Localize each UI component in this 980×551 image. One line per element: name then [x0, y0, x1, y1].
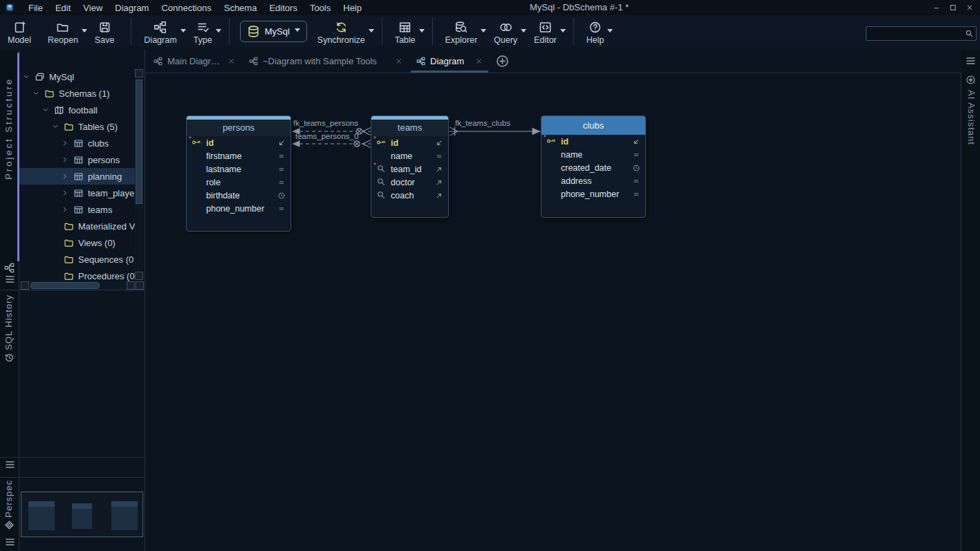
- column-row-id[interactable]: *id: [371, 136, 448, 149]
- menu-diagram[interactable]: Diagram: [109, 1, 155, 15]
- caret-down-icon[interactable]: [419, 29, 425, 35]
- project-structure-tab[interactable]: Project Structure: [3, 77, 14, 180]
- tree-item-clubs[interactable]: clubs: [19, 135, 136, 151]
- tree-item-sequences-0[interactable]: Sequences (0: [19, 251, 136, 268]
- tree-item-planning[interactable]: planning: [19, 168, 136, 185]
- menu-help[interactable]: Help: [337, 1, 368, 15]
- menu-connections[interactable]: Connections: [155, 1, 217, 15]
- caret-down-icon[interactable]: [521, 29, 526, 35]
- ai-assistant-tab[interactable]: AI Assistant: [966, 90, 977, 145]
- diagram-minimap[interactable]: [21, 492, 143, 537]
- tree-item-football[interactable]: football: [19, 102, 136, 118]
- caret-down-icon[interactable]: [607, 29, 613, 35]
- toolbar-explorer-button[interactable]: Explorer: [439, 15, 488, 47]
- toolbar-query-button[interactable]: Query: [488, 15, 528, 47]
- table-teams[interactable]: teams*idname*team_iddoctorcoach: [371, 115, 449, 218]
- chevron-right-icon[interactable]: [61, 189, 70, 197]
- column-row-birthdate[interactable]: birthdate: [187, 189, 290, 202]
- column-row-name[interactable]: name: [542, 148, 645, 161]
- chevron-right-icon[interactable]: [61, 139, 70, 147]
- column-row-id[interactable]: *id: [187, 136, 290, 149]
- panel-drag-handle[interactable]: [5, 275, 15, 286]
- tree-item-team-playe[interactable]: team_playe: [19, 185, 136, 201]
- chevron-down-icon[interactable]: [41, 106, 50, 114]
- table-clubs[interactable]: clubs*idnamecreated_dateaddressphone_num…: [541, 115, 646, 218]
- column-row-firstname[interactable]: firstname: [187, 149, 290, 162]
- caret-down-icon[interactable]: [216, 29, 221, 35]
- tree-item-label: Tables (5): [78, 122, 118, 132]
- column-row-coach[interactable]: coach: [371, 189, 448, 202]
- table-title[interactable]: persons: [187, 120, 290, 136]
- column-row-phone-number[interactable]: phone_number: [542, 187, 645, 200]
- chevron-down-icon[interactable]: [22, 73, 31, 81]
- chevron-down-icon[interactable]: [32, 89, 41, 97]
- tree-item-materialized-v[interactable]: Materialized V: [19, 218, 136, 234]
- perspectives-tab[interactable]: Perspec: [3, 480, 14, 518]
- panel-drag-handle[interactable]: [5, 460, 15, 471]
- toolbar-editor-button[interactable]: Editor: [528, 15, 567, 47]
- toolbar-reopen-button[interactable]: Reopen: [41, 15, 89, 47]
- caret-down-icon[interactable]: [560, 29, 566, 35]
- table-title[interactable]: teams: [371, 120, 448, 136]
- new-tab-button[interactable]: [496, 55, 509, 68]
- panel-drag-handle[interactable]: [965, 57, 976, 67]
- column-row-phone-number[interactable]: phone_number: [187, 202, 290, 215]
- chevron-right-icon[interactable]: [61, 205, 70, 214]
- tree-item-mysql[interactable]: MySql: [19, 68, 136, 85]
- column-row-address[interactable]: address: [542, 174, 645, 187]
- column-row-name[interactable]: name: [371, 149, 448, 162]
- caret-down-icon[interactable]: [481, 29, 486, 35]
- tab-main-diagram[interactable]: Main Diagram: [147, 50, 242, 73]
- caret-down-icon[interactable]: [295, 28, 300, 35]
- column-row-created-date[interactable]: created_date: [542, 161, 645, 174]
- column-row-id[interactable]: *id: [542, 135, 645, 148]
- caret-down-icon[interactable]: [369, 29, 374, 35]
- tab-diagram[interactable]: Diagram: [409, 50, 490, 73]
- column-row-doctor[interactable]: doctor: [371, 176, 448, 189]
- tree-item-views-0[interactable]: Views (0): [19, 234, 136, 251]
- toolbar-mysql-button[interactable]: MySql: [240, 21, 307, 42]
- menu-tools[interactable]: Tools: [304, 1, 337, 15]
- toolbar-search-input[interactable]: [869, 28, 961, 39]
- column-name: name: [391, 151, 431, 161]
- maximize-icon[interactable]: [947, 1, 959, 14]
- diagram-canvas[interactable]: fk_teams_persons teams_persons_0 fk_team…: [146, 73, 961, 551]
- toolbar-diagram-button[interactable]: Diagram: [138, 15, 187, 47]
- tab-diagram-with-sample-tools[interactable]: ~Diagram with Sample Tools: [242, 50, 409, 73]
- chevron-right-icon[interactable]: [61, 172, 70, 180]
- panel-drag-handle[interactable]: [5, 538, 15, 548]
- tab-close-icon[interactable]: [475, 57, 483, 65]
- menu-file[interactable]: File: [22, 1, 49, 15]
- chevron-down-icon[interactable]: [51, 122, 60, 131]
- column-row-lastname[interactable]: lastname: [187, 162, 290, 176]
- table-title[interactable]: clubs: [542, 116, 645, 135]
- toolbar-help-button[interactable]: Help: [580, 15, 615, 47]
- tree-item-teams[interactable]: teams: [19, 201, 136, 218]
- menu-view[interactable]: View: [77, 1, 109, 15]
- column-row-team-id[interactable]: *team_id: [371, 162, 448, 176]
- tree-item-persons[interactable]: persons: [19, 151, 136, 168]
- toolbar-type-button[interactable]: Type: [187, 15, 223, 47]
- toolbar-table-button[interactable]: Table: [389, 15, 426, 47]
- chevron-right-icon[interactable]: [61, 156, 70, 164]
- tree-item-label: teams: [88, 205, 112, 215]
- sql-history-tab[interactable]: SQL History: [3, 295, 14, 351]
- menu-edit[interactable]: Edit: [49, 1, 77, 15]
- toolbar-save-button[interactable]: Save: [89, 15, 125, 47]
- close-icon[interactable]: [963, 1, 976, 14]
- tab-close-icon[interactable]: [228, 57, 235, 65]
- table-persons[interactable]: persons*idfirstnamelastnamerolebirthdate…: [186, 115, 291, 232]
- toolbar-synchronize-button[interactable]: Synchronize: [311, 15, 376, 47]
- tree-item-schemas-1[interactable]: Schemas (1): [19, 85, 136, 102]
- caret-down-icon[interactable]: [181, 29, 186, 35]
- menu-editors[interactable]: Editors: [263, 1, 303, 15]
- tab-close-icon[interactable]: [395, 57, 403, 65]
- column-left-icon: [192, 203, 203, 214]
- minimize-icon[interactable]: [930, 1, 943, 14]
- caret-down-icon[interactable]: [82, 29, 87, 35]
- tree-vertical-scrollbar[interactable]: [135, 69, 143, 281]
- tree-item-tables-5[interactable]: Tables (5): [19, 118, 136, 135]
- menu-schema[interactable]: Schema: [218, 1, 264, 15]
- column-row-role[interactable]: role: [187, 176, 290, 189]
- toolbar-model-button[interactable]: Model: [1, 15, 41, 47]
